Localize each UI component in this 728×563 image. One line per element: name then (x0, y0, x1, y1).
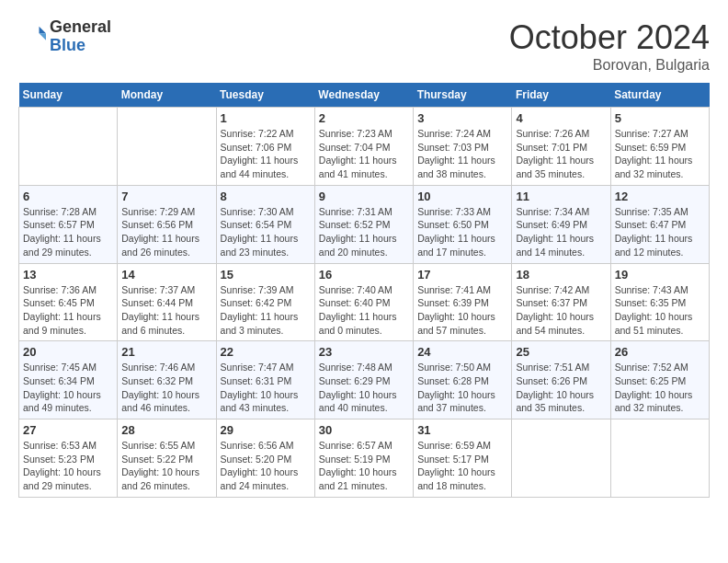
location: Borovan, Bulgaria (509, 57, 710, 74)
calendar-cell: 24 Sunrise: 7:50 AMSunset: 6:28 PMDaylig… (414, 341, 512, 419)
calendar-cell: 13 Sunrise: 7:36 AMSunset: 6:45 PMDaylig… (19, 263, 118, 341)
calendar-cell: 25 Sunrise: 7:51 AMSunset: 6:26 PMDaylig… (512, 341, 610, 419)
day-number: 20 (23, 345, 113, 359)
day-number: 21 (121, 345, 211, 359)
day-number: 9 (319, 190, 409, 203)
weekday-header: Wednesday (314, 83, 413, 108)
day-number: 4 (516, 111, 606, 125)
day-number: 11 (516, 190, 606, 203)
logo-text: General Blue (50, 18, 111, 55)
svg-marker-1 (40, 33, 47, 40)
day-info: Sunrise: 7:37 AMSunset: 6:44 PMDaylight:… (121, 283, 211, 338)
logo-general: General (50, 18, 111, 37)
weekday-header: Saturday (610, 83, 709, 108)
calendar-cell: 29 Sunrise: 6:56 AMSunset: 5:20 PMDaylig… (216, 419, 314, 498)
weekday-header: Friday (512, 83, 610, 108)
day-info: Sunrise: 7:50 AMSunset: 6:28 PMDaylight:… (417, 361, 507, 415)
day-info: Sunrise: 6:59 AMSunset: 5:17 PMDaylight:… (417, 439, 507, 493)
calendar-cell: 11 Sunrise: 7:34 AMSunset: 6:49 PMDaylig… (512, 185, 610, 263)
calendar-cell: 4 Sunrise: 7:26 AMSunset: 7:01 PMDayligh… (512, 108, 610, 186)
calendar-cell: 26 Sunrise: 7:52 AMSunset: 6:25 PMDaylig… (610, 341, 709, 419)
day-number: 22 (221, 345, 311, 359)
calendar-cell (118, 108, 216, 186)
weekday-header: Thursday (414, 83, 512, 108)
day-info: Sunrise: 7:33 AMSunset: 6:50 PMDaylight:… (417, 205, 507, 259)
day-info: Sunrise: 7:31 AMSunset: 6:52 PMDaylight:… (319, 205, 409, 259)
weekday-header-row: SundayMondayTuesdayWednesdayThursdayFrid… (19, 83, 710, 108)
logo-icon (18, 23, 46, 51)
day-number: 8 (221, 190, 311, 203)
calendar-cell: 31 Sunrise: 6:59 AMSunset: 5:17 PMDaylig… (414, 419, 512, 498)
day-info: Sunrise: 7:46 AMSunset: 6:32 PMDaylight:… (121, 361, 211, 415)
calendar-cell: 12 Sunrise: 7:35 AMSunset: 6:47 PMDaylig… (610, 185, 709, 263)
day-number: 17 (417, 268, 507, 282)
calendar-week-row: 6 Sunrise: 7:28 AMSunset: 6:57 PMDayligh… (19, 185, 710, 263)
day-info: Sunrise: 7:43 AMSunset: 6:35 PMDaylight:… (615, 283, 705, 338)
day-number: 15 (221, 268, 311, 282)
day-info: Sunrise: 6:56 AMSunset: 5:20 PMDaylight:… (221, 439, 311, 493)
calendar-cell: 8 Sunrise: 7:30 AMSunset: 6:54 PMDayligh… (216, 185, 314, 263)
day-info: Sunrise: 7:29 AMSunset: 6:56 PMDaylight:… (121, 205, 211, 259)
day-number: 14 (121, 268, 211, 282)
day-number: 28 (121, 423, 211, 437)
day-number: 25 (516, 345, 606, 359)
calendar-cell: 5 Sunrise: 7:27 AMSunset: 6:59 PMDayligh… (610, 108, 709, 186)
calendar-week-row: 20 Sunrise: 7:45 AMSunset: 6:34 PMDaylig… (19, 341, 710, 419)
day-number: 1 (221, 111, 311, 125)
calendar-cell: 18 Sunrise: 7:42 AMSunset: 6:37 PMDaylig… (512, 263, 610, 341)
calendar-cell: 15 Sunrise: 7:39 AMSunset: 6:42 PMDaylig… (216, 263, 314, 341)
day-number: 16 (319, 268, 409, 282)
day-number: 6 (23, 190, 113, 203)
day-number: 26 (615, 345, 705, 359)
calendar-cell: 14 Sunrise: 7:37 AMSunset: 6:44 PMDaylig… (118, 263, 216, 341)
page-header: General Blue October 2024 Borovan, Bulga… (18, 18, 710, 74)
weekday-header: Monday (118, 83, 216, 108)
day-info: Sunrise: 7:26 AMSunset: 7:01 PMDaylight:… (516, 127, 606, 181)
day-info: Sunrise: 7:41 AMSunset: 6:39 PMDaylight:… (417, 283, 507, 338)
calendar-cell: 3 Sunrise: 7:24 AMSunset: 7:03 PMDayligh… (414, 108, 512, 186)
logo-blue: Blue (50, 37, 111, 55)
day-number: 29 (221, 423, 311, 437)
calendar-cell: 20 Sunrise: 7:45 AMSunset: 6:34 PMDaylig… (19, 341, 118, 419)
day-info: Sunrise: 7:52 AMSunset: 6:25 PMDaylight:… (615, 361, 705, 415)
calendar-cell: 16 Sunrise: 7:40 AMSunset: 6:40 PMDaylig… (314, 263, 413, 341)
day-info: Sunrise: 7:28 AMSunset: 6:57 PMDaylight:… (23, 205, 113, 259)
day-number: 13 (23, 268, 113, 282)
day-info: Sunrise: 7:23 AMSunset: 7:04 PMDaylight:… (319, 127, 409, 181)
title-block: October 2024 Borovan, Bulgaria (509, 18, 710, 74)
day-info: Sunrise: 7:45 AMSunset: 6:34 PMDaylight:… (23, 361, 113, 415)
calendar-table: SundayMondayTuesdayWednesdayThursdayFrid… (18, 83, 710, 498)
day-number: 19 (615, 268, 705, 282)
day-info: Sunrise: 7:35 AMSunset: 6:47 PMDaylight:… (615, 205, 705, 259)
day-number: 27 (23, 423, 113, 437)
day-number: 3 (417, 111, 507, 125)
day-info: Sunrise: 6:53 AMSunset: 5:23 PMDaylight:… (23, 439, 113, 493)
day-info: Sunrise: 7:24 AMSunset: 7:03 PMDaylight:… (417, 127, 507, 181)
day-info: Sunrise: 7:30 AMSunset: 6:54 PMDaylight:… (221, 205, 311, 259)
calendar-cell: 6 Sunrise: 7:28 AMSunset: 6:57 PMDayligh… (19, 185, 118, 263)
calendar-cell: 7 Sunrise: 7:29 AMSunset: 6:56 PMDayligh… (118, 185, 216, 263)
calendar-cell: 10 Sunrise: 7:33 AMSunset: 6:50 PMDaylig… (414, 185, 512, 263)
logo: General Blue (18, 18, 111, 55)
day-number: 23 (319, 345, 409, 359)
day-info: Sunrise: 7:47 AMSunset: 6:31 PMDaylight:… (221, 361, 311, 415)
month-title: October 2024 (509, 18, 710, 57)
calendar-cell: 19 Sunrise: 7:43 AMSunset: 6:35 PMDaylig… (610, 263, 709, 341)
calendar-week-row: 27 Sunrise: 6:53 AMSunset: 5:23 PMDaylig… (19, 419, 710, 498)
day-number: 2 (319, 111, 409, 125)
day-number: 7 (121, 190, 211, 203)
calendar-cell: 27 Sunrise: 6:53 AMSunset: 5:23 PMDaylig… (19, 419, 118, 498)
calendar-cell: 30 Sunrise: 6:57 AMSunset: 5:19 PMDaylig… (314, 419, 413, 498)
day-number: 5 (615, 111, 705, 125)
day-info: Sunrise: 7:39 AMSunset: 6:42 PMDaylight:… (221, 283, 311, 338)
day-number: 10 (417, 190, 507, 203)
calendar-cell (610, 419, 709, 498)
calendar-cell: 17 Sunrise: 7:41 AMSunset: 6:39 PMDaylig… (414, 263, 512, 341)
svg-marker-0 (40, 27, 47, 34)
day-info: Sunrise: 7:40 AMSunset: 6:40 PMDaylight:… (319, 283, 409, 338)
calendar-cell: 21 Sunrise: 7:46 AMSunset: 6:32 PMDaylig… (118, 341, 216, 419)
day-number: 18 (516, 268, 606, 282)
calendar-week-row: 13 Sunrise: 7:36 AMSunset: 6:45 PMDaylig… (19, 263, 710, 341)
calendar-week-row: 1 Sunrise: 7:22 AMSunset: 7:06 PMDayligh… (19, 108, 710, 186)
calendar-cell: 22 Sunrise: 7:47 AMSunset: 6:31 PMDaylig… (216, 341, 314, 419)
